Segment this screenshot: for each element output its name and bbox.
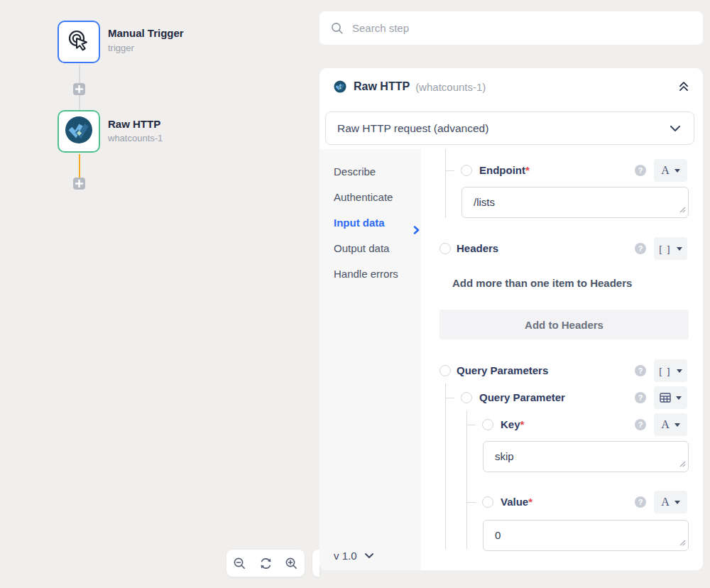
- reset-zoom-button[interactable]: [253, 550, 279, 577]
- value-radio[interactable]: [482, 496, 493, 508]
- endpoint-input[interactable]: /lists: [462, 187, 689, 218]
- key-label: Key*: [501, 417, 524, 432]
- nav-item-describe[interactable]: Describe: [334, 159, 421, 185]
- value-type-selector[interactable]: A: [654, 491, 687, 513]
- nav-item-output-data[interactable]: Output data: [334, 236, 421, 261]
- zoom-in-button[interactable]: [278, 550, 305, 577]
- tree-tick: [466, 425, 476, 425]
- tree-line: [466, 410, 467, 549]
- chevron-down-icon: [670, 125, 681, 132]
- step-search-bar: [320, 11, 703, 45]
- query-parameter-help-icon[interactable]: ?: [635, 392, 646, 403]
- add-step-button-1[interactable]: [73, 83, 85, 95]
- zoom-out-icon: [233, 557, 246, 570]
- table-icon: [660, 393, 671, 403]
- headers-help-icon[interactable]: ?: [635, 243, 646, 254]
- search-input[interactable]: [352, 22, 665, 34]
- resize-handle-icon[interactable]: [679, 457, 686, 469]
- resize-handle-icon[interactable]: [679, 203, 686, 215]
- node-raw-http[interactable]: [58, 110, 100, 153]
- config-nav: Describe Authenticate Input data Output …: [320, 149, 421, 570]
- required-asterisk: *: [520, 418, 525, 430]
- tree-line: [445, 383, 446, 549]
- whatcounts-logo-small: [334, 80, 346, 93]
- panel-title: Raw HTTP: [354, 80, 410, 93]
- chevron-double-up-icon: [677, 81, 690, 92]
- query-parameters-radio[interactable]: [439, 365, 451, 376]
- workflow-canvas: Manual Trigger trigger Raw HTTP whatcoun…: [0, 0, 320, 588]
- operation-select[interactable]: Raw HTTP request (advanced): [325, 111, 694, 145]
- manual-trigger-icon: [66, 28, 92, 56]
- nav-item-authenticate[interactable]: Authenticate: [334, 185, 421, 210]
- refresh-icon: [259, 557, 273, 570]
- query-parameter-type-selector[interactable]: [654, 386, 687, 409]
- step-config-panel: Raw HTTP (whatcounts-1) Raw HTTP request…: [320, 68, 703, 570]
- headers-label: Headers: [457, 241, 498, 256]
- headers-note: Add more than one item to Headers: [452, 277, 632, 289]
- search-icon: [331, 22, 344, 35]
- panel-body: Describe Authenticate Input data Output …: [320, 149, 703, 570]
- plus-icon: [75, 85, 83, 93]
- operation-selected-value: Raw HTTP request (advanced): [337, 122, 488, 135]
- add-to-headers-button[interactable]: Add to Headers: [439, 310, 689, 339]
- panel-header: Raw HTTP (whatcounts-1): [320, 68, 703, 105]
- endpoint-help-icon[interactable]: ?: [635, 165, 646, 176]
- nav-item-handle-errors[interactable]: Handle errors: [334, 261, 421, 287]
- panel-instance: (whatcounts-1): [415, 81, 486, 93]
- connector-line-active: [79, 154, 80, 178]
- query-parameters-help-icon[interactable]: ?: [635, 365, 646, 376]
- key-radio[interactable]: [482, 419, 493, 430]
- add-step-button-2[interactable]: [73, 178, 85, 190]
- tree-tick: [466, 502, 476, 503]
- plus-icon: [75, 180, 83, 187]
- tree-line: [445, 149, 446, 218]
- nav-item-input-data[interactable]: Input data: [334, 210, 421, 236]
- chevron-down-icon: [364, 552, 374, 559]
- query-parameter-radio[interactable]: [461, 392, 472, 403]
- node-subtitle-manual-trigger: trigger: [108, 43, 134, 53]
- endpoint-radio[interactable]: [461, 165, 472, 176]
- required-asterisk: *: [528, 496, 532, 508]
- query-parameters-type-selector[interactable]: [ ]: [654, 359, 687, 382]
- zoom-out-button[interactable]: [226, 550, 253, 577]
- whatcounts-logo: [65, 116, 93, 147]
- workflow-builder: Manual Trigger trigger Raw HTTP whatcoun…: [0, 0, 710, 588]
- zoom-in-icon: [285, 557, 298, 570]
- input-data-form: Endpoint* ? A /lists Headers: [421, 149, 703, 570]
- headers-radio[interactable]: [439, 243, 451, 254]
- collapse-panel-button[interactable]: [677, 81, 690, 92]
- node-title-raw-http: Raw HTTP: [108, 118, 160, 130]
- version-selector[interactable]: v 1.0: [334, 550, 374, 562]
- caret-down-icon: [677, 247, 682, 251]
- caret-down-icon: [674, 169, 680, 173]
- tree-tick: [445, 170, 454, 171]
- required-asterisk: *: [525, 164, 530, 176]
- node-subtitle-raw-http: whatcounts-1: [108, 133, 163, 143]
- key-help-icon[interactable]: ?: [635, 419, 646, 430]
- endpoint-label: Endpoint*: [479, 163, 530, 178]
- canvas-controls: [226, 550, 305, 577]
- caret-down-icon: [676, 396, 682, 400]
- value-help-icon[interactable]: ?: [635, 496, 646, 508]
- caret-down-icon: [677, 369, 682, 373]
- query-parameters-label: Query Parameters: [457, 363, 548, 379]
- value-label: Value*: [501, 494, 532, 510]
- canvas-control-partial-button[interactable]: [312, 550, 320, 577]
- query-parameter-label: Query Parameter: [479, 390, 565, 405]
- node-manual-trigger[interactable]: [58, 21, 100, 63]
- key-input[interactable]: skip: [483, 441, 689, 472]
- resize-handle-icon[interactable]: [679, 536, 686, 548]
- node-title-manual-trigger: Manual Trigger: [108, 27, 184, 39]
- caret-down-icon: [674, 423, 680, 427]
- value-input[interactable]: 0: [483, 520, 689, 551]
- caret-down-icon: [674, 501, 680, 504]
- tree-tick: [445, 398, 454, 398]
- key-type-selector[interactable]: A: [654, 413, 687, 436]
- headers-type-selector[interactable]: [ ]: [654, 237, 687, 260]
- endpoint-type-selector[interactable]: A: [654, 159, 687, 182]
